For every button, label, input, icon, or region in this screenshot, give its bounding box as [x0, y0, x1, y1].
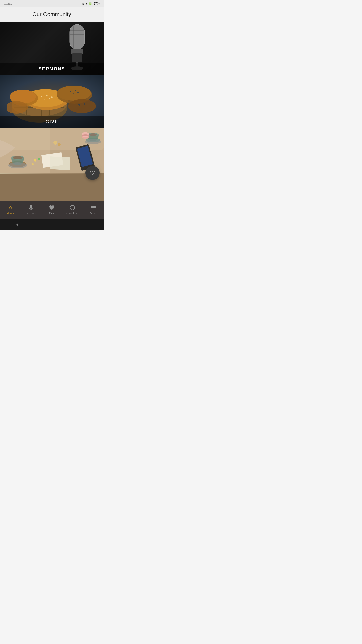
svg-point-50 — [38, 158, 40, 160]
android-home-button[interactable] — [48, 221, 55, 228]
home-icon: ⌂ — [9, 204, 12, 211]
android-nav-bar — [0, 219, 104, 230]
svg-point-58 — [89, 133, 97, 136]
svg-rect-53 — [50, 156, 70, 170]
status-time: 11:10 — [4, 2, 12, 6]
battery-percent: 27% — [94, 2, 100, 5]
svg-point-27 — [51, 96, 53, 98]
nav-more[interactable]: More — [83, 205, 104, 215]
battery-icon: 🔋 — [88, 2, 92, 5]
svg-point-51 — [32, 163, 34, 165]
svg-point-59 — [85, 139, 101, 144]
newsfeed-nav-icon — [69, 205, 75, 211]
svg-point-29 — [49, 98, 50, 99]
svg-rect-9 — [71, 49, 83, 54]
community-card[interactable] — [0, 128, 104, 201]
nav-sermons[interactable]: Sermons — [21, 205, 41, 215]
community-background — [0, 128, 104, 174]
svg-point-34 — [70, 91, 71, 92]
svg-point-40 — [84, 103, 85, 105]
svg-point-26 — [46, 95, 48, 96]
nav-newsfeed[interactable]: News Feed — [62, 205, 83, 215]
svg-point-38 — [68, 99, 96, 113]
more-nav-icon — [90, 205, 96, 211]
svg-point-62 — [82, 134, 89, 136]
android-back-icon — [15, 222, 20, 227]
fab-heart-button[interactable]: ♡ — [85, 166, 100, 180]
give-label: GIVE — [0, 116, 104, 128]
nav-give[interactable]: Give — [41, 205, 62, 215]
home-label: Home — [7, 212, 14, 215]
give-card[interactable]: GIVE — [0, 75, 104, 128]
svg-point-33 — [57, 86, 91, 101]
nav-home[interactable]: ⌂ Home — [0, 204, 21, 215]
svg-point-28 — [44, 99, 45, 100]
android-back-button[interactable] — [14, 221, 21, 228]
svg-point-63 — [53, 141, 57, 145]
svg-point-36 — [77, 92, 79, 93]
status-bar: 11:10 ⊖ ▾ 🔋 27% — [0, 0, 104, 7]
heart-icon: ♡ — [90, 170, 95, 176]
newsfeed-nav-label: News Feed — [66, 212, 80, 215]
svg-point-25 — [41, 96, 42, 97]
svg-point-37 — [73, 93, 74, 94]
sermons-nav-icon — [28, 205, 34, 211]
android-recent-button[interactable] — [83, 221, 90, 228]
page-header: Our Community — [0, 7, 104, 22]
svg-point-35 — [75, 90, 76, 91]
more-nav-label: More — [90, 212, 96, 215]
coffee-table-illustration — [0, 128, 104, 173]
svg-marker-66 — [16, 223, 18, 226]
give-nav-icon — [49, 205, 55, 211]
give-nav-label: Give — [49, 212, 55, 215]
sermons-label: SERMONS — [0, 63, 104, 75]
svg-rect-10 — [72, 53, 82, 62]
sermons-nav-label: Sermons — [26, 212, 37, 215]
svg-point-39 — [78, 104, 80, 106]
do-not-disturb-icon: ⊖ — [82, 2, 84, 5]
sermons-card[interactable]: SERMONS — [0, 22, 104, 75]
page-title: Our Community — [5, 11, 99, 18]
bottom-navigation: ⌂ Home Sermons Give News Feed More — [0, 201, 104, 219]
svg-point-48 — [8, 162, 27, 168]
svg-point-64 — [58, 143, 61, 146]
svg-point-49 — [34, 159, 36, 162]
svg-point-47 — [13, 156, 23, 159]
wifi-icon: ▾ — [86, 2, 87, 5]
status-icons: ⊖ ▾ 🔋 27% — [82, 2, 100, 5]
